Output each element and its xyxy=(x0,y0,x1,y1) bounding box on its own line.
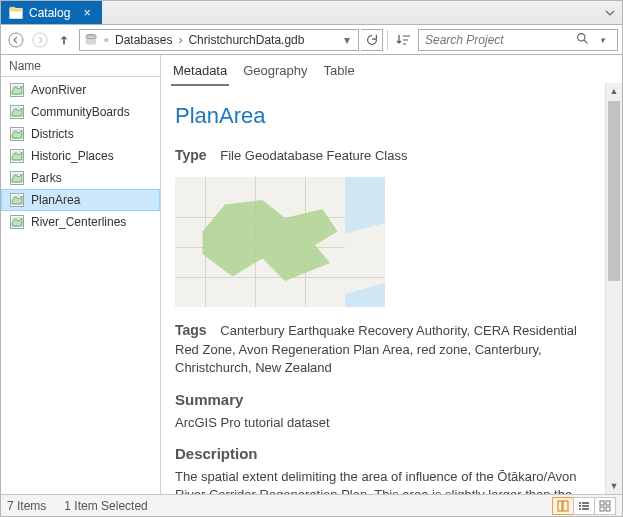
geodatabase-icon xyxy=(84,33,98,47)
search-icon[interactable] xyxy=(576,32,589,48)
list-item-label: PlanArea xyxy=(31,193,80,207)
svg-rect-26 xyxy=(606,507,610,511)
list-item[interactable]: Districts xyxy=(1,123,160,145)
refresh-button[interactable] xyxy=(361,29,383,51)
breadcrumb-root-sep: « xyxy=(102,35,111,45)
search-dropdown[interactable]: ▾ xyxy=(593,35,611,45)
svg-rect-21 xyxy=(579,508,581,510)
up-button[interactable] xyxy=(53,29,75,51)
svg-rect-20 xyxy=(582,505,589,507)
tab-title: Catalog xyxy=(29,6,70,20)
search-input[interactable] xyxy=(425,33,576,47)
svg-point-7 xyxy=(578,33,585,40)
feature-class-icon xyxy=(9,104,25,120)
close-icon[interactable]: × xyxy=(80,6,94,20)
thumbnail-image xyxy=(175,177,385,307)
tab-metadata[interactable]: Metadata xyxy=(171,59,229,86)
svg-rect-23 xyxy=(600,501,604,505)
svg-rect-16 xyxy=(563,501,568,511)
breadcrumb-level2[interactable]: ChristchurchData.gdb xyxy=(188,33,304,47)
list-item-label: AvonRiver xyxy=(31,83,86,97)
description-value: The spatial extent delimiting the area o… xyxy=(175,468,602,494)
feature-class-icon xyxy=(9,82,25,98)
window-menu-button[interactable] xyxy=(598,1,622,24)
column-header-name[interactable]: Name xyxy=(1,55,160,77)
svg-rect-2 xyxy=(10,6,15,8)
breadcrumb[interactable]: « Databases › ChristchurchData.gdb ▾ xyxy=(79,29,359,51)
forward-button[interactable] xyxy=(29,29,51,51)
list-item-label: Parks xyxy=(31,171,62,185)
main-area: Name AvonRiverCommunityBoardsDistrictsHi… xyxy=(1,55,622,494)
list-item-label: Historic_Places xyxy=(31,149,114,163)
type-label: Type xyxy=(175,147,207,163)
tab-table[interactable]: Table xyxy=(322,59,357,86)
sidebar: Name AvonRiverCommunityBoardsDistrictsHi… xyxy=(1,55,161,494)
feature-class-icon xyxy=(9,214,25,230)
tags-label: Tags xyxy=(175,322,207,338)
list-item[interactable]: CommunityBoards xyxy=(1,101,160,123)
svg-rect-25 xyxy=(600,507,604,511)
type-value: File Geodatabase Feature Class xyxy=(220,148,407,163)
feature-class-icon xyxy=(9,126,25,142)
svg-point-4 xyxy=(33,33,47,47)
svg-rect-17 xyxy=(579,502,581,504)
title-bar: Catalog × xyxy=(1,1,622,25)
sort-button[interactable] xyxy=(392,29,416,51)
catalog-tab[interactable]: Catalog × xyxy=(1,1,102,24)
list-item[interactable]: AvonRiver xyxy=(1,79,160,101)
list-item[interactable]: River_Centerlines xyxy=(1,211,160,233)
scroll-up-arrow[interactable]: ▲ xyxy=(606,83,622,99)
list-item[interactable]: Historic_Places xyxy=(1,145,160,167)
view-mode-buttons xyxy=(553,497,616,515)
item-list: AvonRiverCommunityBoardsDistrictsHistori… xyxy=(1,77,160,235)
description-label: Description xyxy=(175,443,602,464)
svg-rect-22 xyxy=(582,508,589,510)
view-list-button[interactable] xyxy=(573,497,595,515)
search-box[interactable]: ▾ xyxy=(418,29,618,51)
summary-label: Summary xyxy=(175,389,602,410)
list-item-label: CommunityBoards xyxy=(31,105,130,119)
back-button[interactable] xyxy=(5,29,27,51)
tags-value: Canterbury Earthquake Recovery Authority… xyxy=(175,323,577,375)
list-item[interactable]: PlanArea xyxy=(1,189,160,211)
summary-value: ArcGIS Pro tutorial dataset xyxy=(175,414,602,432)
scroll-down-arrow[interactable]: ▼ xyxy=(606,478,622,494)
item-title: PlanArea xyxy=(175,101,602,132)
breadcrumb-dropdown[interactable]: ▾ xyxy=(340,33,354,47)
vertical-scrollbar[interactable]: ▲ ▼ xyxy=(605,83,622,494)
status-bar: 7 Items 1 Item Selected xyxy=(1,494,622,516)
status-selected-count: 1 Item Selected xyxy=(64,499,147,513)
metadata-panel: PlanArea Type File Geodatabase Feature C… xyxy=(161,87,622,494)
scroll-thumb[interactable] xyxy=(608,101,620,281)
svg-rect-15 xyxy=(558,501,562,511)
feature-class-icon xyxy=(9,148,25,164)
status-item-count: 7 Items xyxy=(7,499,46,513)
list-item-label: Districts xyxy=(31,127,74,141)
svg-rect-19 xyxy=(579,505,581,507)
chevron-right-icon: › xyxy=(176,33,184,47)
tab-geography[interactable]: Geography xyxy=(241,59,309,86)
view-details-button[interactable] xyxy=(552,497,574,515)
list-item-label: River_Centerlines xyxy=(31,215,126,229)
svg-rect-24 xyxy=(606,501,610,505)
breadcrumb-level1[interactable]: Databases xyxy=(115,33,172,47)
list-item[interactable]: Parks xyxy=(1,167,160,189)
toolbar: « Databases › ChristchurchData.gdb ▾ ▾ xyxy=(1,25,622,55)
catalog-icon xyxy=(9,6,23,20)
svg-point-3 xyxy=(9,33,23,47)
feature-class-icon xyxy=(9,170,25,186)
feature-class-icon xyxy=(9,192,25,208)
content-tabs: MetadataGeographyTable xyxy=(161,55,622,87)
svg-rect-1 xyxy=(10,8,22,11)
view-tiles-button[interactable] xyxy=(594,497,616,515)
content-pane: MetadataGeographyTable PlanArea Type Fil… xyxy=(161,55,622,494)
svg-rect-18 xyxy=(582,502,589,504)
